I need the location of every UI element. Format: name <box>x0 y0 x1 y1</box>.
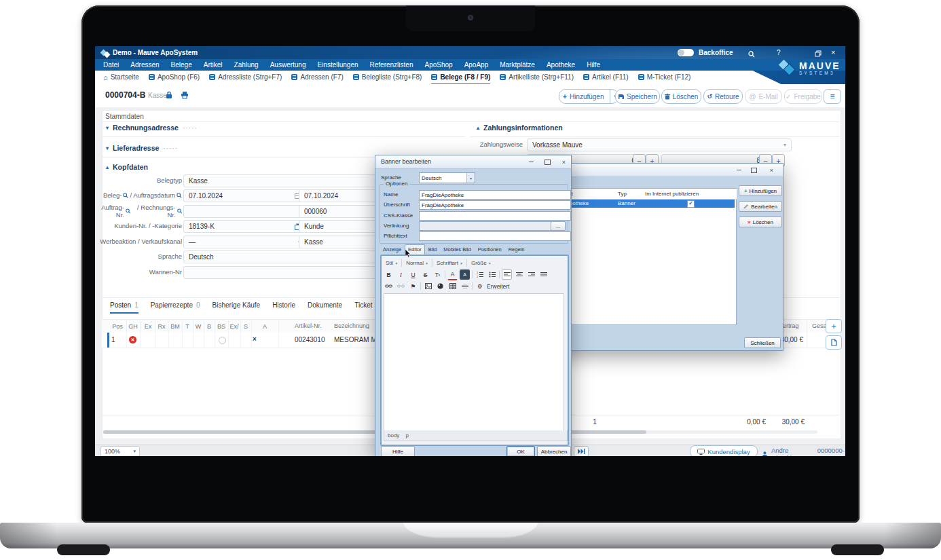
menu-item[interactable]: Zahlung <box>234 61 259 69</box>
posten-tab[interactable]: Dokumente <box>308 301 342 312</box>
restore-icon[interactable] <box>749 166 759 174</box>
zahlungsweise-select[interactable]: Vorkasse Mauve ▾ <box>527 138 792 151</box>
text-color-button[interactable]: A <box>447 269 458 280</box>
banner-tab[interactable]: Mobiles Bild <box>440 244 474 255</box>
format-dropdown[interactable]: Normal▾ <box>404 259 430 267</box>
search-icon[interactable] <box>748 49 755 62</box>
help-icon[interactable]: ? <box>777 46 781 59</box>
posten-tab[interactable]: Bisherige Käufe <box>213 301 261 312</box>
menu-item[interactable]: ApoShop <box>424 61 452 69</box>
hilfe-button[interactable]: Hilfe <box>381 446 415 456</box>
section-kopfdaten[interactable]: ▴ Kopfdaten <box>106 163 148 171</box>
nav-tab[interactable]: Belegliste (Strg+F8) <box>353 71 422 85</box>
dialog-title-bar[interactable]: Banner bearbeiten × <box>375 155 571 169</box>
nav-tab[interactable]: Artikelliste (Strg+F11) <box>500 71 574 85</box>
add-position-button[interactable]: + <box>826 319 842 333</box>
menu-item[interactable]: Artikel <box>204 61 223 69</box>
anchor-flag-button[interactable]: ⚑ <box>408 281 418 291</box>
auftragnr-field[interactable] <box>183 205 306 218</box>
nav-tab[interactable]: ApoShop (F6) <box>149 71 200 85</box>
add-button[interactable]: + Hinzufügen ▾ <box>559 89 619 104</box>
section-rechnungsadresse[interactable]: ▾ Rechnungsadresse ····· <box>106 124 198 132</box>
horizontal-rule-button[interactable] <box>460 281 470 291</box>
justify-button[interactable] <box>538 269 549 280</box>
menu-item[interactable]: Apotheke <box>547 61 575 69</box>
menu-item[interactable]: Adressen <box>130 61 159 69</box>
menu-item[interactable]: ApoApp <box>464 61 489 69</box>
editor-content-area[interactable] <box>384 293 564 432</box>
restore-icon[interactable] <box>815 48 822 61</box>
menu-item[interactable]: Datei <box>103 61 119 69</box>
posten-tab[interactable]: Ticket <box>354 301 372 312</box>
banner-tab[interactable]: Bild <box>425 244 441 255</box>
style-dropdown[interactable]: Stil▾ <box>384 259 399 267</box>
nav-tab[interactable]: M-Ticket (F12) <box>638 71 691 85</box>
menu-item[interactable]: Auswertung <box>270 61 306 69</box>
section-lieferadresse[interactable]: ▾ Lieferadresse ····· <box>106 144 178 152</box>
list-add-button[interactable]: + Hinzufügen <box>739 185 782 196</box>
published-checkbox[interactable]: ✓ <box>687 200 695 208</box>
align-left-button[interactable] <box>502 269 512 280</box>
current-user[interactable]: Andre Glombitza 0000000-K <box>762 447 845 456</box>
skip-button[interactable] <box>574 446 589 456</box>
minimize-icon[interactable] <box>526 157 536 166</box>
kundendisplay-button[interactable]: Kundendisplay <box>690 445 758 456</box>
zoom-select[interactable]: 100% ▾ <box>100 446 140 456</box>
table-button[interactable] <box>447 281 458 291</box>
menu-item[interactable]: Hilfe <box>587 61 600 69</box>
italic-button[interactable]: I <box>396 269 406 280</box>
verlinkung-input[interactable] <box>419 221 553 231</box>
print-icon[interactable] <box>181 91 189 100</box>
verlinkung-browse-button[interactable]: ... <box>551 221 566 231</box>
font-dropdown[interactable]: Schriftart▾ <box>435 259 464 267</box>
bg-color-button[interactable]: A <box>460 269 470 280</box>
banner-tab[interactable]: Regeln <box>505 244 528 255</box>
ok-button[interactable]: OK <box>506 446 535 456</box>
media-button[interactable] <box>435 281 445 291</box>
nav-tab[interactable]: ⌂Startseite <box>103 71 139 85</box>
menu-item[interactable]: Marktplätze <box>500 61 535 69</box>
unlink-button[interactable] <box>396 281 406 291</box>
minimize-icon[interactable] <box>734 166 744 174</box>
bold-button[interactable]: B <box>384 269 394 280</box>
ordered-list-button[interactable]: 12 <box>475 269 485 280</box>
strikethrough-button[interactable]: S <box>420 269 430 280</box>
pflichttext-input[interactable] <box>419 231 571 241</box>
css-klasse-input[interactable] <box>419 211 571 221</box>
erweitert-button[interactable]: ⚙ Erweitert <box>475 281 513 291</box>
table-row[interactable]: FragDieApotheke Banner ✓ <box>545 199 735 208</box>
remove-format-button[interactable]: Tx <box>432 269 443 280</box>
section-zahlungsinformationen[interactable]: ▴ Zahlungsinformationen <box>477 124 563 132</box>
close-icon[interactable]: × <box>559 157 569 166</box>
abbrechen-button[interactable]: Abbrechen <box>537 446 571 456</box>
save-button[interactable]: Speichern <box>615 89 660 104</box>
nav-tab[interactable]: Artikel (F11) <box>583 71 629 85</box>
release-button[interactable]: ✓ Freigabe <box>784 89 822 104</box>
nav-tab[interactable]: Adressen (F7) <box>291 71 343 85</box>
list-close-button[interactable]: Schließen <box>744 337 781 348</box>
banner-tab[interactable]: Anzeige <box>380 244 405 255</box>
underline-button[interactable]: U <box>408 269 418 280</box>
align-right-button[interactable] <box>526 269 536 280</box>
close-icon[interactable]: × <box>767 166 777 174</box>
link-button[interactable] <box>384 281 394 291</box>
list-delete-button[interactable]: × Löschen <box>739 217 782 227</box>
close-icon[interactable]: × <box>831 46 835 59</box>
size-dropdown[interactable]: Größe▾ <box>469 259 493 267</box>
menu-item[interactable]: Belege <box>171 61 192 69</box>
menu-item[interactable]: Einstellungen <box>318 61 358 69</box>
list-edit-button[interactable]: Bearbeiten <box>739 201 782 212</box>
delete-button[interactable]: Löschen <box>661 89 701 104</box>
nav-tab[interactable]: Belege (F8 / F9) <box>431 70 490 85</box>
sprache-combobox[interactable]: Deutsch ▾ <box>419 172 475 183</box>
align-center-button[interactable] <box>514 269 524 280</box>
banner-tab[interactable]: Positionen <box>475 244 505 255</box>
retoure-button[interactable]: ↺ Retoure <box>703 89 743 104</box>
more-menu-button[interactable]: ≡ <box>824 89 841 104</box>
belegdatum-field[interactable]: 07.10.2024 <box>183 189 306 202</box>
kundennr-field[interactable]: 18139-K <box>183 220 306 233</box>
posten-tab[interactable]: Historie <box>272 301 295 312</box>
name-input[interactable]: FragDieApotheke <box>419 190 571 200</box>
maximize-icon[interactable] <box>542 157 553 166</box>
unordered-list-button[interactable] <box>487 269 497 280</box>
